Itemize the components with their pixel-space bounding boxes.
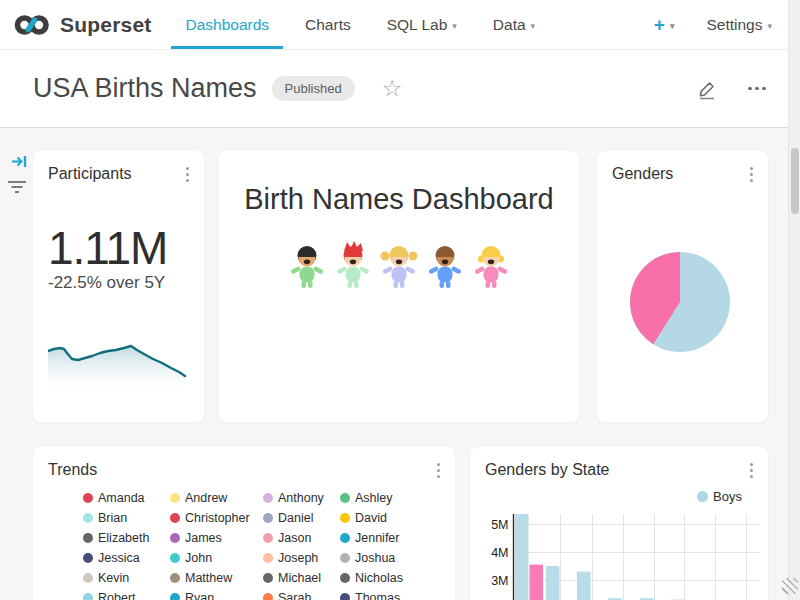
kids-illustration <box>219 241 579 291</box>
legend-item-john[interactable]: John <box>170 551 263 565</box>
genders-card: Genders <box>597 151 768 422</box>
big-number-delta: -22.5% over 5Y <box>48 273 165 293</box>
legend-dot <box>263 593 273 600</box>
legend-item-james[interactable]: James <box>170 531 263 545</box>
legend-label: Anthony <box>278 491 324 505</box>
legend-item-david[interactable]: David <box>340 511 435 525</box>
legend-label: Brian <box>98 511 127 525</box>
legend-label: Matthew <box>185 571 232 585</box>
legend-label: Ryan <box>185 591 214 600</box>
legend-dot <box>263 513 273 523</box>
add-new-button[interactable]: + ▾ <box>654 14 675 36</box>
card-menu-button[interactable] <box>434 460 443 481</box>
favorite-star-icon[interactable]: ☆ <box>382 77 403 100</box>
legend-label: Joseph <box>278 551 318 565</box>
bar-boy-0 <box>515 514 529 600</box>
more-actions-button[interactable] <box>744 83 770 95</box>
legend-dot <box>170 573 180 583</box>
card-menu-button[interactable] <box>183 164 192 185</box>
legend-dot <box>83 533 93 543</box>
legend-label: Jason <box>278 531 311 545</box>
legend-dot <box>170 553 180 563</box>
filter-list-button[interactable] <box>7 180 27 198</box>
card-title: Participants <box>48 165 132 183</box>
legend-label: Andrew <box>185 491 227 505</box>
legend-item-nicholas[interactable]: Nicholas <box>340 571 435 585</box>
legend-item-amanda[interactable]: Amanda <box>83 491 170 505</box>
legend-label: Jessica <box>98 551 140 565</box>
nav-item-sql-lab[interactable]: SQL Lab▾ <box>387 0 457 49</box>
card-menu-button[interactable] <box>747 164 756 185</box>
legend-item-andrew[interactable]: Andrew <box>170 491 263 505</box>
edit-pencil-icon[interactable] <box>696 78 718 100</box>
big-number-value: 1.11M <box>48 221 167 275</box>
bar-boy-2 <box>546 566 560 600</box>
legend-label: Kevin <box>98 571 129 585</box>
nav-item-label: Dashboards <box>185 16 269 34</box>
y-axis-tick-label: 5M <box>491 518 508 532</box>
nav-item-dashboards[interactable]: Dashboards <box>185 0 269 49</box>
legend-item-thomas[interactable]: Thomas <box>340 591 435 600</box>
scrollbar-track[interactable] <box>788 0 800 600</box>
legend-item-christopher[interactable]: Christopher <box>170 511 263 525</box>
hero-card: Birth Names Dashboard <box>219 151 579 422</box>
legend-dot <box>83 573 93 583</box>
chevron-down-icon: ▾ <box>670 21 675 31</box>
kid-figure-1 <box>286 241 328 291</box>
trends-card: Trends AmandaAndrewAnthonyAshleyBrianChr… <box>33 447 455 600</box>
legend-item-jason[interactable]: Jason <box>263 531 340 545</box>
settings-menu[interactable]: Settings ▾ <box>706 16 772 34</box>
legend-item-jessica[interactable]: Jessica <box>83 551 170 565</box>
legend-item-ashley[interactable]: Ashley <box>340 491 435 505</box>
superset-logo[interactable]: Superset <box>14 12 151 38</box>
legend-item-jennifer[interactable]: Jennifer <box>340 531 435 545</box>
nav-right: + ▾ Settings ▾ <box>654 14 772 36</box>
legend-label: Joshua <box>355 551 395 565</box>
legend-label: Jennifer <box>355 531 399 545</box>
legend-label: James <box>185 531 222 545</box>
legend-item-kevin[interactable]: Kevin <box>83 571 170 585</box>
bar-girl-1 <box>530 565 544 600</box>
card-title: Genders <box>612 165 673 183</box>
card-title: Trends <box>48 461 97 479</box>
legend-label: David <box>355 511 387 525</box>
kid-figure-5 <box>470 241 512 291</box>
published-badge[interactable]: Published <box>272 76 355 101</box>
nav-menu: DashboardsChartsSQL Lab▾Data▾ <box>185 0 535 49</box>
nav-item-data[interactable]: Data▾ <box>493 0 535 49</box>
resize-handle[interactable] <box>782 578 798 594</box>
nav-item-charts[interactable]: Charts <box>305 0 351 49</box>
infinity-logo-icon <box>14 12 52 38</box>
legend-item-robert[interactable]: Robert <box>83 591 170 600</box>
y-axis-tick-label: 4M <box>491 546 508 560</box>
expand-filter-bar-button[interactable] <box>11 153 28 174</box>
kid-figure-4 <box>424 241 466 291</box>
legend-item-joseph[interactable]: Joseph <box>263 551 340 565</box>
legend-label: Elizabeth <box>98 531 149 545</box>
nav-item-label: SQL Lab <box>387 16 448 34</box>
legend-item-sarah[interactable]: Sarah <box>263 591 340 600</box>
legend-dot <box>83 493 93 503</box>
legend-item-michael[interactable]: Michael <box>263 571 340 585</box>
legend-item-matthew[interactable]: Matthew <box>170 571 263 585</box>
legend-item-joshua[interactable]: Joshua <box>340 551 435 565</box>
legend-dot <box>340 573 350 583</box>
legend-dot <box>340 513 350 523</box>
legend-item-ryan[interactable]: Ryan <box>170 591 263 600</box>
brand-name: Superset <box>60 13 151 37</box>
legend-item-anthony[interactable]: Anthony <box>263 491 340 505</box>
chevron-down-icon: ▾ <box>767 21 772 31</box>
settings-label: Settings <box>706 16 762 34</box>
legend-item-brian[interactable]: Brian <box>83 511 170 525</box>
top-nav: Superset DashboardsChartsSQL Lab▾Data▾ +… <box>0 0 800 50</box>
legend-item-daniel[interactable]: Daniel <box>263 511 340 525</box>
legend-item-elizabeth[interactable]: Elizabeth <box>83 531 170 545</box>
hero-title: Birth Names Dashboard <box>219 183 579 216</box>
nav-item-label: Charts <box>305 16 351 34</box>
scrollbar-thumb[interactable] <box>791 148 799 214</box>
kid-figure-3 <box>378 241 420 291</box>
legend-label: Robert <box>98 591 136 600</box>
participants-card: Participants 1.11M -22.5% over 5Y <box>33 151 204 422</box>
legend-dot <box>170 513 180 523</box>
nav-item-label: Data <box>493 16 526 34</box>
